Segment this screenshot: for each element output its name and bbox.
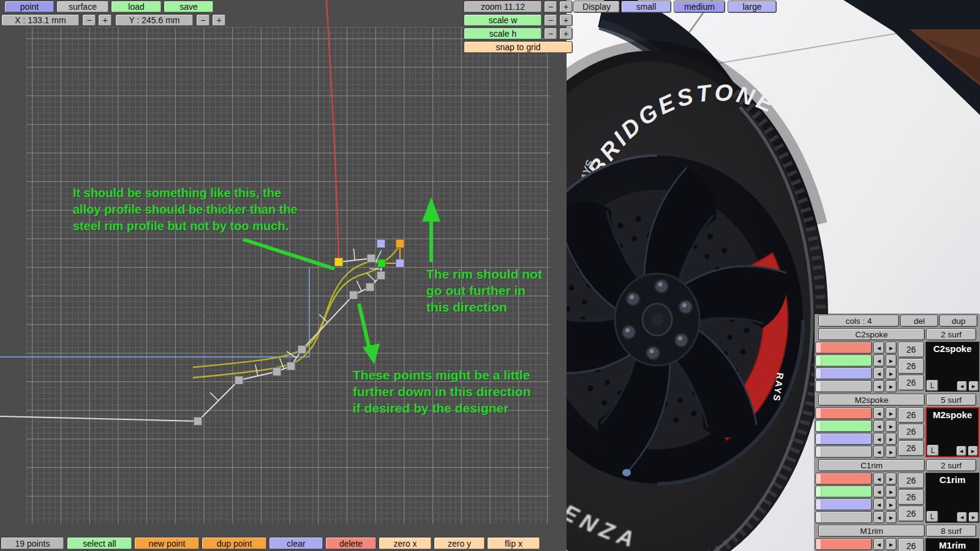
x-coordinate-display[interactable]: X : 133.1 mm <box>1 14 80 26</box>
y-minus-button[interactable]: − <box>196 14 210 26</box>
curve-point-gray[interactable] <box>273 368 281 376</box>
slider-knob[interactable] <box>816 474 821 484</box>
scale-h-plus-button[interactable]: + <box>559 28 573 40</box>
value-button-C2spoke[interactable]: 26 <box>898 342 924 358</box>
step-left-button[interactable]: ◄ <box>873 498 884 511</box>
y-plus-button[interactable]: + <box>212 14 226 26</box>
snap-to-grid-button[interactable]: snap to grid <box>464 41 573 53</box>
slider-knob[interactable] <box>816 343 821 353</box>
tab-point[interactable]: point <box>4 1 55 13</box>
preview-box-M1rim[interactable]: M1rimL◄► <box>925 538 979 551</box>
slider-knob[interactable] <box>816 369 821 378</box>
tab-surface[interactable]: surface <box>56 1 109 13</box>
lock-button-M2spoke[interactable]: L <box>927 444 939 456</box>
curve-point-lavender[interactable] <box>377 240 385 248</box>
channel-slider-0-1[interactable] <box>815 354 872 367</box>
step-right-button[interactable]: ► <box>886 367 897 380</box>
step-right-button[interactable]: ► <box>886 485 897 498</box>
section-surf-count-C2spoke[interactable]: 2 surf <box>926 328 976 340</box>
step-right-button[interactable]: ► <box>886 446 897 458</box>
step-right-button[interactable]: ► <box>886 420 897 432</box>
preview-box-M2spoke[interactable]: M2spokeL◄► <box>925 407 979 457</box>
channel-slider-1-2[interactable] <box>815 433 872 445</box>
zero-x-button[interactable]: zero x <box>379 537 432 550</box>
step-left-button[interactable]: ◄ <box>873 485 884 498</box>
step-left-button[interactable]: ◄ <box>873 511 884 523</box>
zoom-minus-button[interactable]: − <box>544 1 557 13</box>
y-coordinate-display[interactable]: Y : 245.6 mm <box>115 14 194 26</box>
dup-point-button[interactable]: dup point <box>202 537 267 550</box>
step-left-button[interactable]: ◄ <box>873 433 884 445</box>
section-name-M1rim[interactable]: M1rim <box>818 525 925 537</box>
channel-slider-1-3[interactable] <box>815 446 872 458</box>
curve-point-green[interactable] <box>378 260 386 268</box>
duplicate-surface-button[interactable]: dup <box>940 315 978 327</box>
delete-button[interactable]: delete <box>325 537 377 550</box>
lock-button-C1rim[interactable]: L <box>926 511 938 522</box>
step-right-button[interactable]: ► <box>886 407 897 419</box>
channel-slider-2-1[interactable] <box>815 485 872 498</box>
curve-point-yellow[interactable] <box>335 258 343 266</box>
curve-point-gray[interactable] <box>194 418 202 425</box>
step-left-button[interactable]: ◄ <box>873 407 884 419</box>
curve-point-gray[interactable] <box>287 362 295 370</box>
display-size-small[interactable]: small <box>621 1 671 13</box>
channel-slider-3-0[interactable] <box>815 538 872 550</box>
section-name-C2spoke[interactable]: C2spoke <box>818 328 925 340</box>
value-button-M2spoke[interactable]: 26 <box>898 407 924 423</box>
channel-slider-2-3[interactable] <box>815 511 872 523</box>
value-button-C1rim[interactable]: 26 <box>898 489 924 505</box>
scale-w-minus-button[interactable]: − <box>544 14 557 26</box>
slider-knob[interactable] <box>816 487 821 497</box>
load-button[interactable]: load <box>111 1 162 13</box>
delete-surface-button[interactable]: del <box>900 315 938 327</box>
curve-point-orange[interactable] <box>396 240 404 248</box>
value-button-C1rim[interactable]: 26 <box>898 506 924 522</box>
preview-box-C1rim[interactable]: C1rimL◄► <box>925 473 979 523</box>
step-right-button[interactable]: ► <box>886 473 897 485</box>
preview-left-button[interactable]: ◄ <box>957 512 967 522</box>
step-left-button[interactable]: ◄ <box>873 342 884 354</box>
value-button-C2spoke[interactable]: 26 <box>898 375 924 391</box>
channel-slider-1-1[interactable] <box>815 420 872 432</box>
scale-w-plus-button[interactable]: + <box>559 14 573 26</box>
preview-right-button[interactable]: ► <box>968 512 979 522</box>
select-all-button[interactable]: select all <box>67 537 132 550</box>
step-left-button[interactable]: ◄ <box>873 367 884 380</box>
preview-right-button[interactable]: ► <box>968 446 978 456</box>
step-right-button[interactable]: ► <box>886 538 897 550</box>
display-size-medium[interactable]: medium <box>674 1 725 13</box>
slider-knob[interactable] <box>816 408 821 418</box>
section-name-C1rim[interactable]: C1rim <box>818 459 925 471</box>
clear-button[interactable]: clear <box>269 537 323 550</box>
value-button-C2spoke[interactable]: 26 <box>898 358 924 374</box>
zoom-level-display[interactable]: zoom 11.12 <box>464 1 542 13</box>
x-plus-button[interactable]: + <box>98 14 112 26</box>
curve-point-lavender[interactable] <box>396 260 404 268</box>
section-name-M2spoke[interactable]: M2spoke <box>818 394 925 406</box>
step-right-button[interactable]: ► <box>886 380 897 392</box>
curve-point-gray[interactable] <box>377 272 385 280</box>
preview-right-button[interactable]: ► <box>968 381 979 391</box>
curve-point-gray[interactable] <box>235 377 243 384</box>
cols-count-button[interactable]: cols : 4 <box>818 315 899 327</box>
step-left-button[interactable]: ◄ <box>873 446 884 458</box>
save-button[interactable]: save <box>164 1 214 13</box>
step-right-button[interactable]: ► <box>886 342 897 354</box>
slider-knob[interactable] <box>816 434 821 444</box>
lock-button-C2spoke[interactable]: L <box>926 380 938 391</box>
slider-knob[interactable] <box>816 421 821 431</box>
slider-knob[interactable] <box>816 539 821 549</box>
channel-slider-0-2[interactable] <box>815 367 872 380</box>
step-left-button[interactable]: ◄ <box>873 380 884 392</box>
step-left-button[interactable]: ◄ <box>873 473 884 485</box>
channel-slider-0-0[interactable] <box>815 342 872 354</box>
scale-h-button[interactable]: scale h <box>464 28 542 40</box>
value-button-M2spoke[interactable]: 26 <box>898 440 924 456</box>
zoom-plus-button[interactable]: + <box>559 1 573 13</box>
channel-slider-2-0[interactable] <box>815 473 872 485</box>
slider-knob[interactable] <box>816 512 821 522</box>
curve-point-gray[interactable] <box>368 255 375 263</box>
zero-y-button[interactable]: zero y <box>434 537 485 550</box>
section-surf-count-C1rim[interactable]: 2 surf <box>926 459 976 471</box>
